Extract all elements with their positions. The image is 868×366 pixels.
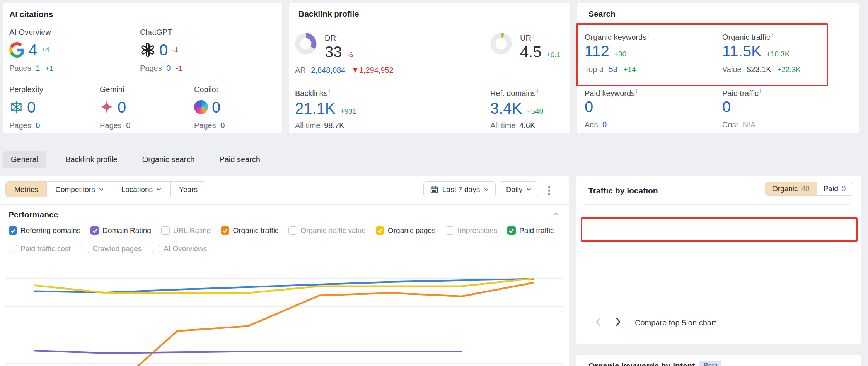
checkbox-domain-rating[interactable]: Domain Rating: [90, 226, 151, 235]
checkbox-label: URL Rating: [173, 226, 211, 235]
organic-toggle[interactable]: Organic40: [765, 182, 817, 195]
competitors-dropdown[interactable]: Competitors: [46, 182, 112, 197]
checkbox-label: Domain Rating: [102, 226, 151, 235]
ai-citations-value[interactable]: 4: [29, 42, 37, 58]
search-card: Search Organic keywordsi 112 +30 Top 3 5…: [577, 3, 859, 133]
keywords-by-intent-card: Organic keywords by intentBeta: [576, 355, 861, 366]
chevron-down-icon: [99, 187, 104, 192]
info-icon[interactable]: i: [648, 32, 649, 38]
locations-dropdown[interactable]: Locations: [113, 182, 170, 197]
years-button[interactable]: Years: [170, 182, 206, 197]
info-icon[interactable]: i: [532, 33, 534, 39]
checkbox-label: Referring domains: [20, 226, 80, 235]
metrics-button[interactable]: Metrics: [6, 182, 46, 197]
metric-checkbox-row-2: Paid traffic cost Crawled pages AI Overv…: [9, 245, 207, 253]
info-icon[interactable]: i: [760, 88, 761, 94]
collapse-chevron-icon[interactable]: [552, 210, 560, 219]
checkbox-box: [9, 226, 17, 235]
ai-citation-perplexity: Perplexity 0 Pages 0: [9, 85, 43, 130]
ref-domains-value[interactable]: 3.4K: [490, 101, 522, 116]
beta-badge: Beta: [699, 361, 721, 366]
performance-chart[interactable]: [0, 253, 569, 366]
checkbox-label: Organic traffic value: [300, 226, 366, 235]
ref-domains-delta: +540: [527, 107, 543, 116]
paid-keywords-label: Paid keywordsi: [585, 88, 637, 98]
date-range-dropdown[interactable]: Last 7 days: [423, 181, 496, 197]
info-icon[interactable]: i: [636, 88, 637, 94]
report-tabs: GeneralBacklink profileOrganic searchPai…: [3, 151, 266, 168]
checkbox-impressions[interactable]: Impressions: [446, 226, 497, 235]
organic-traffic-label: Organic traffici: [722, 32, 773, 42]
organic-keywords-label: Organic keywordsi: [585, 32, 649, 42]
organic-paid-toggle: Organic40 Paid0: [765, 182, 853, 196]
info-icon[interactable]: i: [329, 88, 330, 94]
granularity-dropdown[interactable]: Daily: [500, 181, 538, 197]
copilot-icon: [194, 100, 208, 114]
keywords-by-intent-title: Organic keywords by intentBeta: [588, 361, 721, 366]
organic-traffic-value[interactable]: 11.5K: [722, 43, 762, 59]
more-options-kebab-icon[interactable]: [546, 184, 553, 197]
calendar-icon: [430, 185, 438, 194]
ai-citations-value[interactable]: 0: [27, 99, 36, 115]
paid-traffic-label: Paid traffici: [722, 88, 761, 98]
dr-label: DRi: [325, 33, 338, 43]
checkbox-label: Crawled pages: [93, 245, 142, 253]
tab-paid-search[interactable]: Paid search: [214, 151, 266, 168]
ai-citations-delta: -1: [172, 46, 178, 54]
checkbox-organic-traffic-value[interactable]: Organic traffic value: [288, 226, 366, 235]
backlinks-delta: +931: [340, 107, 357, 116]
checkbox-box: [446, 226, 454, 235]
ai-pages-row: Pages 1 +1: [9, 64, 54, 73]
google-icon: [9, 42, 25, 58]
ai-source-name: Copilot: [194, 85, 225, 94]
paid-traffic-value[interactable]: 0: [722, 98, 731, 115]
info-icon[interactable]: i: [54, 9, 55, 15]
ref-domains-label: Ref. domainsi: [490, 88, 538, 98]
prev-page-icon[interactable]: [595, 317, 602, 328]
ai-citations-value[interactable]: 0: [118, 99, 126, 115]
next-page-icon[interactable]: [615, 317, 622, 328]
paid-keywords-value[interactable]: 0: [585, 98, 593, 115]
organic-keywords-value[interactable]: 112: [585, 43, 609, 59]
ur-delta: +0.1: [546, 51, 561, 59]
checkbox-crawled-pages[interactable]: Crawled pages: [81, 245, 142, 253]
checkbox-box: [221, 226, 229, 235]
checkbox-paid-traffic[interactable]: Paid traffic: [507, 226, 554, 235]
tab-general[interactable]: General: [3, 151, 46, 168]
ai-pages-row: Pages 0: [9, 121, 43, 130]
chatgpt-icon: [140, 42, 155, 58]
ai-citations-card: AI citationsi AI Overview 4 +4 Pages 1 +…: [3, 3, 282, 133]
checkbox-ai-overviews[interactable]: AI Overviews: [152, 245, 207, 253]
ai-citations-value[interactable]: 0: [159, 42, 168, 58]
info-icon[interactable]: i: [771, 32, 773, 38]
info-icon[interactable]: i: [337, 33, 338, 39]
checkbox-organic-traffic[interactable]: Organic traffic: [221, 226, 278, 235]
ai-citations-value[interactable]: 0: [212, 99, 220, 115]
checkbox-organic-pages[interactable]: Organic pages: [376, 226, 436, 235]
tab-backlink-profile[interactable]: Backlink profile: [60, 151, 123, 168]
checkbox-url-rating[interactable]: URL Rating: [161, 226, 211, 235]
ur-label: URi: [520, 33, 534, 43]
paid-toggle[interactable]: Paid0: [817, 182, 853, 195]
backlink-profile-title: Backlink profile: [298, 9, 359, 19]
ai-source-name: Gemini: [100, 85, 130, 94]
ai-pages-row: Pages 0: [194, 121, 225, 130]
compare-top5-link[interactable]: Compare top 5 on chart: [635, 318, 716, 327]
checkbox-label: AI Overviews: [164, 245, 207, 253]
checkbox-box: [376, 226, 384, 235]
info-icon[interactable]: i: [537, 88, 538, 94]
value-row: Value $23.1K +22.3K: [722, 65, 801, 74]
tab-organic-search[interactable]: Organic search: [137, 151, 200, 168]
checkbox-paid-traffic-cost[interactable]: Paid traffic cost: [9, 245, 71, 253]
search-title: Search: [588, 9, 616, 19]
backlinks-value[interactable]: 21.1K: [295, 101, 336, 116]
chevron-down-icon: [156, 187, 162, 192]
gemini-icon: [100, 100, 114, 114]
ai-citation-ai-overview: AI Overview 4 +4 Pages 1 +1: [9, 28, 54, 73]
dr-delta: -6: [347, 51, 353, 59]
ar-row: AR 2,848,084 ▼1,294,952: [295, 66, 394, 75]
checkbox-box: [9, 245, 17, 253]
checkbox-referring-domains[interactable]: Referring domains: [9, 226, 80, 235]
cost-row: Cost N/A: [722, 120, 755, 129]
backlink-profile-card: Backlink profile DRi 33 -6 AR 2,848,084 …: [289, 3, 570, 133]
